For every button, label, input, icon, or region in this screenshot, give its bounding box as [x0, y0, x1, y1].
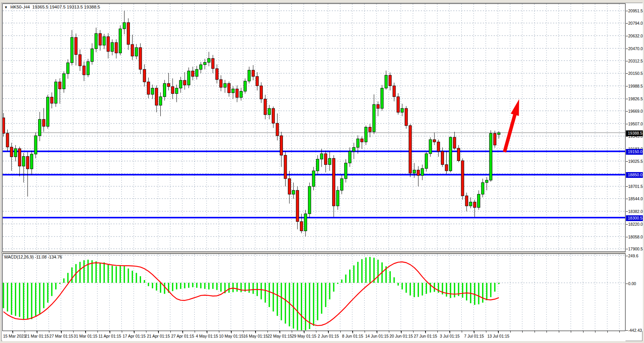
candle: [14, 145, 17, 161]
candle-body: [127, 23, 129, 45]
time-tick-mark: [207, 331, 207, 333]
candle-body: [481, 182, 484, 194]
candle-body: [187, 71, 190, 85]
macd-histogram-bar: [369, 257, 370, 283]
candle: [228, 81, 230, 96]
candle: [30, 150, 33, 175]
candle-body: [353, 147, 355, 151]
time-tick-mark: [256, 331, 256, 333]
candle-body: [147, 82, 150, 94]
macd-histogram-bar: [180, 283, 181, 289]
macd-histogram-bar: [486, 283, 487, 300]
time-tick-mark: [559, 331, 559, 333]
macd-indicator-label: MACD(12,26,9) -11.08 -134.76: [4, 255, 62, 259]
candle: [300, 214, 303, 233]
macd-histogram-bar: [156, 283, 157, 291]
candle: [179, 77, 182, 93]
candle-body: [248, 70, 251, 81]
macd-tick-mark: [626, 256, 628, 256]
candle: [325, 150, 327, 172]
time-tick-mark: [267, 331, 268, 333]
macd-histogram-bar: [325, 283, 326, 307]
candle-body: [203, 63, 206, 65]
candle: [54, 79, 57, 107]
price-axis[interactable]: 20951.520794.020632.020470.020312.520150…: [626, 3, 643, 331]
candle: [312, 167, 315, 191]
candle-body: [34, 136, 37, 154]
candle: [385, 71, 387, 90]
candle-body: [26, 156, 29, 169]
candle-body: [99, 34, 101, 45]
candle: [417, 166, 420, 187]
macd-histogram-bar: [229, 283, 230, 293]
macd-histogram-bar: [357, 262, 358, 283]
candle-body: [244, 81, 247, 91]
candle-body: [252, 70, 254, 76]
candle-body: [139, 47, 142, 69]
macd-histogram-bar: [377, 260, 378, 283]
candle: [486, 177, 488, 190]
chart-window-frame: ▼HK50-,H4 19365.5 19407.5 19313.5 19388.…: [1, 3, 642, 341]
candle: [361, 137, 363, 149]
candle-body: [10, 147, 13, 157]
price-tick-mark: [626, 111, 628, 112]
macd-histogram-bar: [111, 266, 113, 283]
candle-body: [417, 170, 420, 176]
price-tick-mark: [626, 73, 628, 74]
price-tick-mark: [626, 161, 628, 162]
candle-body: [59, 82, 61, 89]
time-tick-mark: [462, 331, 462, 333]
macd-histogram-bar: [172, 283, 173, 291]
time-axis-label: 27 Jun 01:15: [414, 334, 437, 338]
macd-histogram-bar: [422, 283, 423, 296]
trend-arrow[interactable]: [504, 99, 519, 152]
candle-body: [107, 37, 109, 51]
chart-symbol-timeframe: HK50-,H4: [10, 5, 30, 9]
candle: [131, 35, 134, 60]
candle: [87, 59, 89, 78]
price-chart-pane[interactable]: [2, 3, 626, 252]
macd-histogram-bar: [277, 283, 278, 316]
candle: [171, 78, 174, 99]
candle-body: [179, 80, 182, 88]
candle: [248, 67, 251, 83]
macd-histogram-bar: [119, 265, 121, 283]
macd-histogram-bar: [144, 280, 145, 283]
symbol-dropdown-icon[interactable]: ▼: [4, 5, 8, 9]
macd-indicator-pane[interactable]: [2, 253, 626, 331]
candle-body: [195, 69, 198, 76]
macd-histogram-bar: [188, 283, 189, 288]
candle: [389, 73, 392, 91]
price-tick-label: 18382.0: [628, 209, 643, 214]
macd-histogram-bar: [59, 283, 61, 284]
candle-body: [493, 133, 496, 145]
macd-histogram-bar: [200, 283, 201, 288]
macd-histogram-bar: [55, 283, 56, 289]
time-axis[interactable]: 15 Mar 202321 Mar 01:1527 Mar 01:1531 Ma…: [2, 331, 626, 341]
time-tick-mark: [522, 331, 523, 333]
candle: [212, 55, 214, 73]
candle-body: [75, 37, 77, 54]
price-tick-label: 18220.0: [628, 222, 643, 226]
macd-histogram-bar: [341, 279, 342, 283]
candle: [401, 104, 404, 116]
macd-histogram-bar: [478, 283, 479, 304]
candle-body: [42, 119, 45, 126]
macd-tick-mark: [626, 330, 628, 331]
macd-histogram-bar: [252, 283, 254, 294]
price-tick-mark: [626, 99, 628, 99]
time-tick-mark: [413, 331, 414, 333]
candle: [493, 131, 496, 148]
time-tick-mark: [49, 331, 49, 333]
mt4-chart-window: ▼HK50-,H4 19365.5 19407.5 19313.5 19388.…: [0, 0, 644, 343]
candle-body: [312, 171, 315, 186]
price-tick-label: 19025.5: [628, 159, 643, 164]
macd-histogram-bar: [490, 283, 491, 297]
time-tick-mark: [292, 331, 292, 333]
macd-histogram-bar: [212, 283, 214, 289]
candle-body: [264, 99, 267, 115]
candle-body: [79, 54, 81, 66]
candle: [167, 73, 170, 91]
time-tick-mark: [498, 331, 499, 333]
macd-histogram-bar: [261, 283, 262, 299]
